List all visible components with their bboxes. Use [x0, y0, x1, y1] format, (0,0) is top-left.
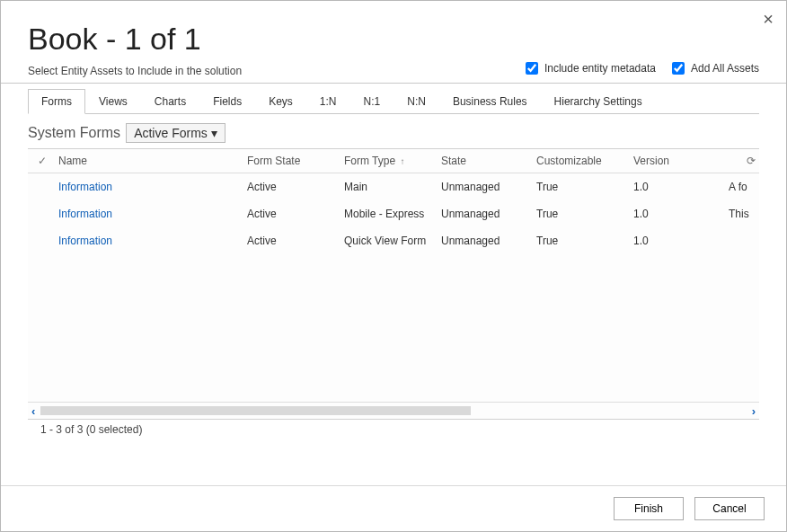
cell-overflow: This: [729, 208, 759, 220]
grid-header-row: ✓ Name Form State Form Type ↑ State Cust…: [28, 149, 759, 173]
col-header-form-type[interactable]: Form Type ↑: [344, 155, 441, 167]
cell-customizable: True: [536, 235, 633, 247]
cell-version: 1.0: [633, 208, 729, 220]
include-entity-metadata-input[interactable]: [526, 62, 538, 75]
form-name-link[interactable]: Information: [58, 208, 112, 220]
sort-ascending-icon: ↑: [400, 156, 404, 166]
tab-hierarchy-settings[interactable]: Hierarchy Settings: [541, 89, 656, 113]
header-options: Include entity metadata Add All Assets: [522, 59, 759, 77]
tab-1-n[interactable]: 1:N: [306, 89, 350, 113]
cell-customizable: True: [536, 181, 633, 193]
cell-form-type: Main: [344, 181, 441, 193]
horizontal-scrollbar[interactable]: ‹ ›: [28, 402, 759, 419]
col-header-customizable[interactable]: Customizable: [536, 155, 633, 167]
scroll-right-icon[interactable]: ›: [752, 404, 756, 418]
add-all-assets-checkbox[interactable]: Add All Assets: [668, 59, 759, 77]
table-row[interactable]: InformationActiveMobile - ExpressUnmanag…: [28, 200, 759, 227]
include-entity-metadata-label: Include entity metadata: [544, 62, 656, 75]
entity-tabs: FormsViewsChartsFieldsKeys1:NN:1N:NBusin…: [28, 89, 759, 114]
cell-form-type: Quick View Form: [344, 235, 441, 247]
tab-n-1[interactable]: N:1: [350, 89, 394, 113]
grid-status-text: 1 - 3 of 3 (0 selected): [40, 423, 759, 436]
cell-form-type: Mobile - Express: [344, 208, 441, 220]
dialog-header: Book - 1 of 1 Select Entity Assets to In…: [1, 1, 786, 84]
col-header-form-state[interactable]: Form State: [247, 155, 344, 167]
system-forms-label: System Forms: [28, 125, 120, 141]
page-subtitle: Select Entity Assets to Include in the s…: [28, 65, 242, 77]
cell-form-state: Active: [247, 181, 344, 193]
scroll-thumb[interactable]: [40, 406, 471, 415]
grid-body: InformationActiveMainUnmanagedTrue1.0A f…: [28, 173, 759, 402]
cell-form-state: Active: [247, 235, 344, 247]
dialog-window: × Book - 1 of 1 Select Entity Assets to …: [0, 0, 787, 532]
finish-button[interactable]: Finish: [614, 497, 684, 520]
cell-form-state: Active: [247, 208, 344, 220]
view-selector-dropdown[interactable]: Active Forms ▾: [126, 123, 225, 143]
tab-charts[interactable]: Charts: [141, 89, 199, 113]
close-icon[interactable]: ×: [763, 10, 774, 28]
cell-overflow: A fo: [729, 181, 759, 193]
cancel-button[interactable]: Cancel: [694, 497, 765, 520]
tab-n-n[interactable]: N:N: [394, 89, 439, 113]
chevron-down-icon: ▾: [211, 126, 217, 140]
cell-state: Unmanaged: [441, 181, 536, 193]
table-row[interactable]: InformationActiveMainUnmanagedTrue1.0A f…: [28, 173, 759, 200]
cell-version: 1.0: [633, 181, 729, 193]
add-all-assets-input[interactable]: [672, 62, 685, 75]
add-all-assets-label: Add All Assets: [691, 62, 759, 75]
form-name-link[interactable]: Information: [58, 235, 112, 247]
cell-state: Unmanaged: [441, 208, 536, 220]
cell-version: 1.0: [633, 235, 729, 247]
refresh-icon[interactable]: ⟳: [747, 155, 756, 167]
dialog-footer: Finish Cancel: [1, 485, 786, 531]
col-header-version[interactable]: Version: [633, 155, 729, 167]
tab-views[interactable]: Views: [85, 89, 141, 113]
cell-state: Unmanaged: [441, 235, 536, 247]
col-header-name[interactable]: Name: [57, 155, 247, 167]
scroll-track[interactable]: [40, 406, 746, 415]
page-title: Book - 1 of 1: [28, 22, 759, 56]
table-row[interactable]: InformationActiveQuick View FormUnmanage…: [28, 227, 759, 254]
tab-business-rules[interactable]: Business Rules: [439, 89, 541, 113]
tab-forms[interactable]: Forms: [28, 89, 85, 114]
col-header-select-all[interactable]: ✓: [28, 155, 57, 167]
tab-fields[interactable]: Fields: [199, 89, 255, 113]
forms-grid: ✓ Name Form State Form Type ↑ State Cust…: [28, 148, 759, 420]
include-entity-metadata-checkbox[interactable]: Include entity metadata: [522, 59, 656, 77]
form-name-link[interactable]: Information: [58, 181, 112, 193]
system-forms-row: System Forms Active Forms ▾: [28, 123, 759, 143]
view-selector-value: Active Forms: [134, 126, 208, 140]
cell-customizable: True: [536, 208, 633, 220]
tab-keys[interactable]: Keys: [255, 89, 306, 113]
subtitle-row: Select Entity Assets to Include in the s…: [28, 59, 759, 77]
col-header-form-type-label: Form Type: [344, 155, 395, 167]
col-header-state[interactable]: State: [441, 155, 536, 167]
scroll-left-icon[interactable]: ‹: [31, 404, 35, 418]
check-icon: ✓: [38, 155, 47, 167]
